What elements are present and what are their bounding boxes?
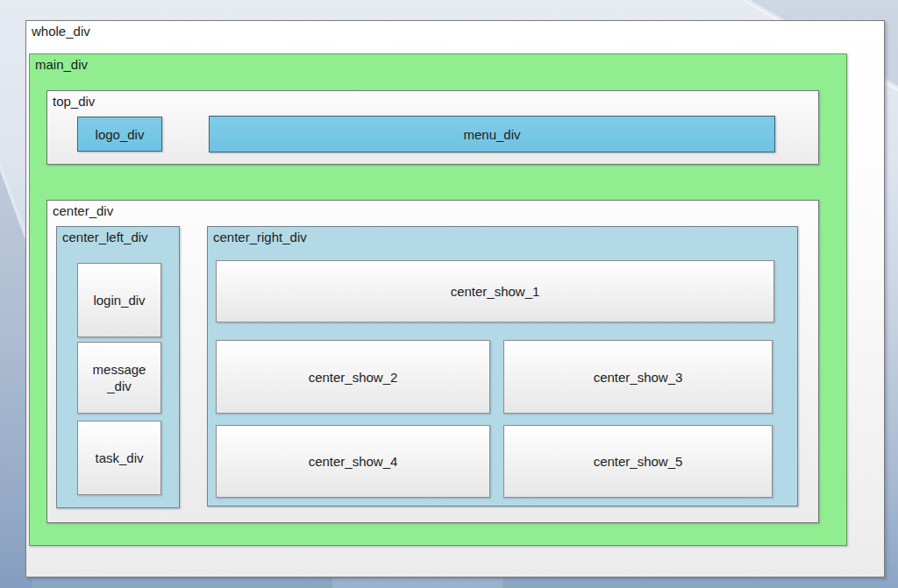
whole-div-label: whole_div xyxy=(26,21,884,39)
logo-div-box: logo_div xyxy=(77,117,162,152)
center-left-div-label: center_left_div xyxy=(57,227,179,245)
page-background: whole_div main_div top_div logo_div menu… xyxy=(0,0,898,588)
main-div-label: main_div xyxy=(30,54,846,73)
center-show-4-box: center_show_4 xyxy=(216,425,490,498)
task-div-box: task_div xyxy=(77,421,161,495)
main-div-box: main_div top_div logo_div menu_div cente… xyxy=(29,53,847,546)
center-div-label: center_div xyxy=(47,201,818,219)
center-right-div-box: center_right_div center_show_1 center_sh… xyxy=(207,226,798,507)
top-div-box: top_div logo_div menu_div xyxy=(46,90,819,165)
center-show-3-box: center_show_3 xyxy=(503,340,773,414)
whole-div-box: whole_div main_div top_div logo_div menu… xyxy=(25,20,885,577)
center-div-box: center_div center_left_div login_div mes… xyxy=(46,200,819,523)
center-show-1-box: center_show_1 xyxy=(216,260,774,322)
center-left-div-box: center_left_div login_div message _div t… xyxy=(56,226,180,508)
message-div-box: message _div xyxy=(77,342,161,414)
center-show-2-box: center_show_2 xyxy=(216,340,490,414)
menu-div-box: menu_div xyxy=(209,116,775,152)
login-div-box: login_div xyxy=(77,263,161,337)
center-right-div-label: center_right_div xyxy=(208,227,797,245)
top-div-label: top_div xyxy=(47,91,818,110)
center-show-5-box: center_show_5 xyxy=(503,425,773,498)
